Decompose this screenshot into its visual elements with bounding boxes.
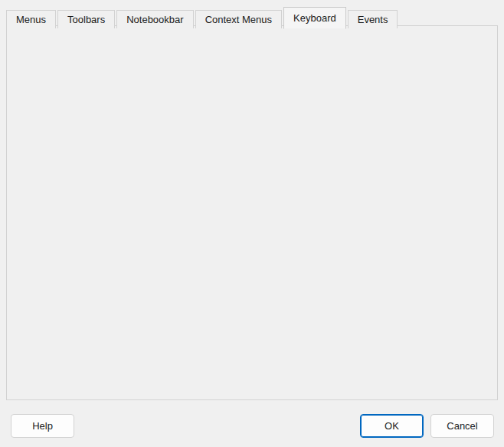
tab-bar: MenusToolbarsNotebookbarContext MenusKey…: [6, 7, 399, 28]
keyboard-tab-panel: [6, 25, 498, 400]
tab-keyboard[interactable]: Keyboard: [283, 7, 346, 29]
tab-menus[interactable]: Menus: [6, 10, 56, 28]
tab-events[interactable]: Events: [348, 10, 398, 28]
help-button[interactable]: Help: [11, 414, 74, 438]
ok-button[interactable]: OK: [360, 414, 424, 438]
tab-toolbars[interactable]: Toolbars: [57, 10, 115, 28]
tab-context-menus[interactable]: Context Menus: [195, 10, 282, 28]
tab-notebookbar[interactable]: Notebookbar: [116, 10, 193, 28]
customize-dialog: { "colors": { "accent": "#0078d7", "radi…: [0, 0, 504, 447]
cancel-button[interactable]: Cancel: [430, 414, 494, 438]
